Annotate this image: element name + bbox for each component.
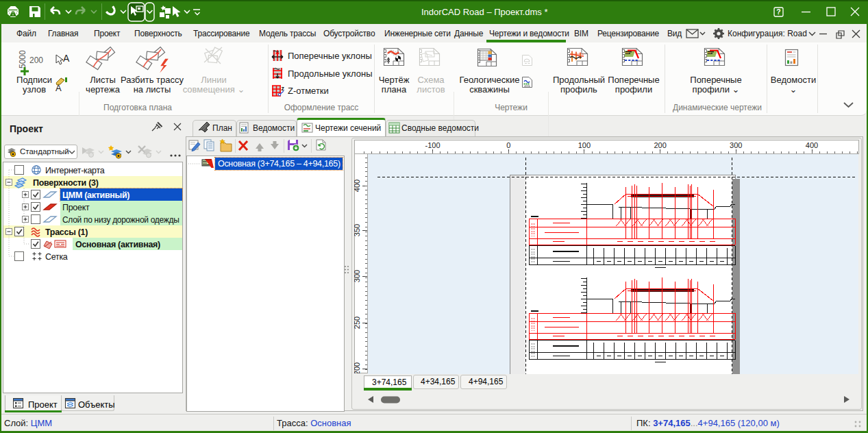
- svg-text:200: 200: [654, 141, 666, 149]
- svg-text:100: 100: [578, 141, 591, 149]
- svg-text:300: 300: [730, 141, 742, 149]
- svg-text:A: A: [55, 83, 62, 93]
- svg-text:5000: 5000: [18, 50, 27, 69]
- svg-text:400: 400: [806, 141, 818, 149]
- svg-text:200: 200: [354, 362, 361, 373]
- svg-text:z: z: [282, 85, 285, 92]
- svg-text:200: 200: [29, 55, 43, 65]
- svg-text:A: A: [63, 53, 70, 64]
- svg-text:300: 300: [354, 270, 361, 282]
- svg-text:?: ?: [776, 8, 780, 16]
- svg-text:-100: -100: [425, 141, 440, 149]
- svg-text:0: 0: [506, 141, 510, 149]
- svg-text:400: 400: [354, 180, 361, 192]
- svg-text:350: 350: [354, 224, 361, 236]
- svg-text:250: 250: [354, 317, 361, 329]
- svg-text:Конфигурация: Road: Конфигурация: Road: [728, 29, 807, 38]
